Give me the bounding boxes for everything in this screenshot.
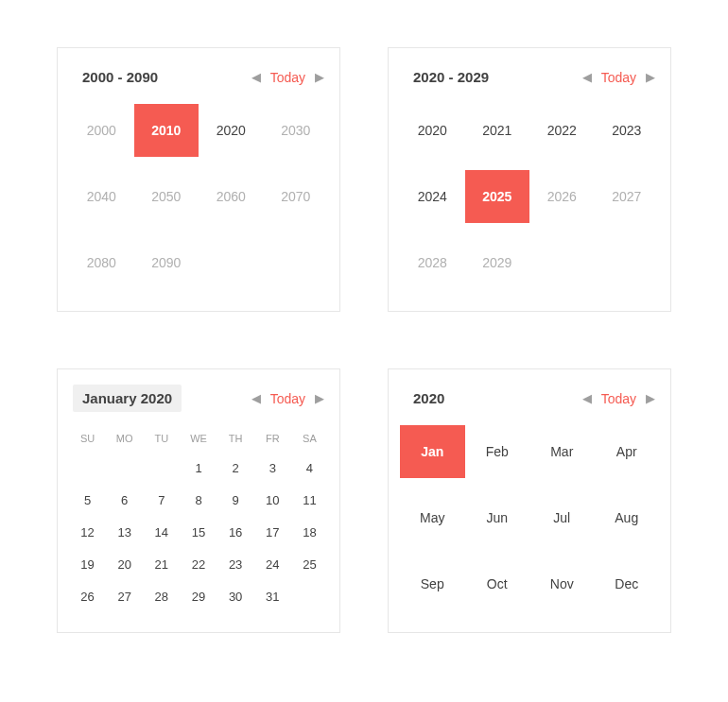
day-cell[interactable]: 15 xyxy=(180,516,217,548)
day-cell[interactable]: 12 xyxy=(69,516,106,548)
decade-title[interactable]: 2020 - 2029 xyxy=(404,63,498,91)
today-button[interactable]: Today xyxy=(601,391,636,406)
year-nav: ◀ Today ▶ xyxy=(582,391,655,406)
next-icon[interactable]: ▶ xyxy=(646,392,655,404)
decade-cell[interactable]: 2070 xyxy=(264,170,329,223)
day-cell[interactable]: 11 xyxy=(291,484,328,516)
weekday-row: SUMOTUWETHFRSA xyxy=(69,425,328,452)
day-cell[interactable]: 21 xyxy=(143,548,180,580)
prev-icon[interactable]: ◀ xyxy=(251,71,261,83)
year-cell[interactable]: 2026 xyxy=(529,170,595,223)
today-button[interactable]: Today xyxy=(270,391,305,406)
day-cell[interactable]: 29 xyxy=(180,580,217,612)
day-cell[interactable]: 23 xyxy=(217,548,254,580)
day-cell[interactable]: 25 xyxy=(291,548,328,580)
next-icon[interactable]: ▶ xyxy=(646,71,655,83)
decade-header: 2020 - 2029 ◀ Today ▶ xyxy=(400,60,659,104)
year-title[interactable]: 2020 xyxy=(404,385,454,412)
century-nav: ◀ Today ▶ xyxy=(251,70,324,85)
month-cell[interactable]: Dec xyxy=(595,557,660,610)
month-cell[interactable]: May xyxy=(400,491,465,544)
year-cell[interactable]: 2022 xyxy=(529,104,595,157)
month-cell[interactable]: Mar xyxy=(529,425,595,478)
day-cell[interactable]: 6 xyxy=(106,484,143,516)
prev-icon[interactable]: ◀ xyxy=(251,392,261,404)
next-icon[interactable]: ▶ xyxy=(315,71,324,83)
day-grid: 1234567891011121314151617181920212223242… xyxy=(69,452,328,612)
year-cell[interactable]: 2020 xyxy=(400,104,465,157)
day-cell[interactable]: 30 xyxy=(217,580,254,612)
weekday-label: WE xyxy=(180,425,217,452)
day-cell[interactable]: 18 xyxy=(291,516,328,548)
decade-cell[interactable]: 2030 xyxy=(264,104,329,157)
day-cell[interactable]: 13 xyxy=(106,516,143,548)
day-cell[interactable]: 7 xyxy=(143,484,180,516)
day-cell[interactable]: 3 xyxy=(254,452,291,484)
century-header: 2000 - 2090 ◀ Today ▶ xyxy=(69,60,328,104)
year-cell[interactable]: 2029 xyxy=(465,236,530,289)
weekday-label: TU xyxy=(143,425,180,452)
decade-cell[interactable]: 2040 xyxy=(69,170,134,223)
month-cell[interactable]: Nov xyxy=(529,557,595,610)
day-cell[interactable]: 1 xyxy=(180,452,217,484)
day-cell[interactable]: 2 xyxy=(217,452,254,484)
decade-cell[interactable]: 2000 xyxy=(69,104,134,157)
day-cell[interactable]: 16 xyxy=(217,516,254,548)
decade-cell[interactable]: 2050 xyxy=(134,170,199,223)
month-grid: JanFebMarAprMayJunJulAugSepOctNovDec xyxy=(400,425,659,610)
decade-view-panel: 2020 - 2029 ◀ Today ▶ 202020212022202320… xyxy=(388,47,671,312)
weekday-label: FR xyxy=(254,425,291,452)
day-cell[interactable]: 14 xyxy=(143,516,180,548)
day-empty xyxy=(106,452,143,484)
month-header: January 2020 ◀ Today ▶ xyxy=(69,381,328,425)
weekday-label: SU xyxy=(69,425,106,452)
today-button[interactable]: Today xyxy=(270,70,305,85)
year-cell[interactable]: 2024 xyxy=(400,170,465,223)
month-cell[interactable]: Aug xyxy=(595,491,660,544)
day-cell[interactable]: 19 xyxy=(69,548,106,580)
today-button[interactable]: Today xyxy=(601,70,636,85)
year-cell[interactable]: 2025 xyxy=(465,170,530,223)
decade-cell[interactable]: 2090 xyxy=(134,236,199,289)
month-nav: ◀ Today ▶ xyxy=(251,391,324,406)
day-cell[interactable]: 17 xyxy=(254,516,291,548)
day-cell[interactable]: 8 xyxy=(180,484,217,516)
century-title[interactable]: 2000 - 2090 xyxy=(73,63,167,91)
day-empty xyxy=(69,452,106,484)
weekday-label: MO xyxy=(106,425,143,452)
decade-cell[interactable]: 2020 xyxy=(199,104,264,157)
day-cell[interactable]: 9 xyxy=(217,484,254,516)
decade-cell[interactable]: 2060 xyxy=(199,170,264,223)
day-cell[interactable]: 24 xyxy=(254,548,291,580)
prev-icon[interactable]: ◀ xyxy=(582,392,592,404)
day-cell[interactable]: 28 xyxy=(143,580,180,612)
month-cell[interactable]: Sep xyxy=(400,557,465,610)
decade-cell[interactable]: 2080 xyxy=(69,236,134,289)
day-cell[interactable]: 20 xyxy=(106,548,143,580)
day-cell[interactable]: 27 xyxy=(106,580,143,612)
year-cell[interactable]: 2021 xyxy=(465,104,530,157)
prev-icon[interactable]: ◀ xyxy=(582,71,592,83)
century-grid: 2000201020202030204020502060207020802090 xyxy=(69,104,328,289)
month-cell[interactable]: Jan xyxy=(400,425,465,478)
month-cell[interactable]: Oct xyxy=(465,557,530,610)
century-view-panel: 2000 - 2090 ◀ Today ▶ 200020102020203020… xyxy=(57,47,340,312)
day-cell[interactable]: 26 xyxy=(69,580,106,612)
day-cell[interactable]: 31 xyxy=(254,580,291,612)
day-empty xyxy=(143,452,180,484)
year-cell[interactable]: 2028 xyxy=(400,236,465,289)
day-cell[interactable]: 22 xyxy=(180,548,217,580)
day-cell[interactable]: 10 xyxy=(254,484,291,516)
day-cell[interactable]: 4 xyxy=(291,452,328,484)
month-title[interactable]: January 2020 xyxy=(73,385,182,412)
month-cell[interactable]: Jun xyxy=(465,491,530,544)
year-cell[interactable]: 2023 xyxy=(595,104,660,157)
month-cell[interactable]: Feb xyxy=(465,425,530,478)
month-cell[interactable]: Apr xyxy=(595,425,660,478)
decade-cell[interactable]: 2010 xyxy=(134,104,199,157)
next-icon[interactable]: ▶ xyxy=(315,392,324,404)
decade-nav: ◀ Today ▶ xyxy=(582,70,655,85)
year-cell[interactable]: 2027 xyxy=(595,170,660,223)
month-cell[interactable]: Jul xyxy=(529,491,595,544)
day-cell[interactable]: 5 xyxy=(69,484,106,516)
